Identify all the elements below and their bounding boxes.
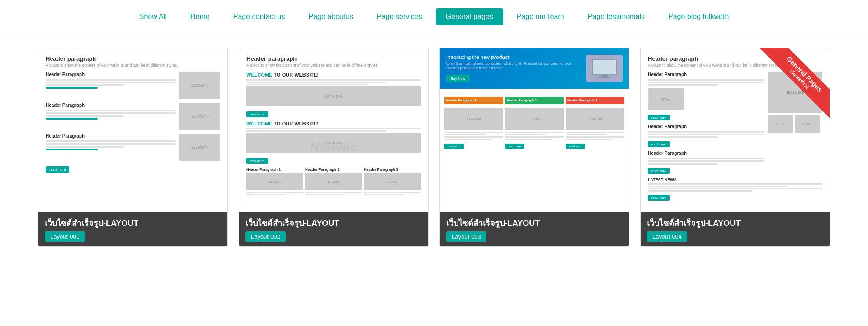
card2-col1-img: 1170x5..: [246, 173, 303, 190]
card1-section3: Header Paragraph: [46, 134, 176, 139]
card3-overlay: เว็บไซต์สำเร็จรูป-LAYOUT Layout-003: [440, 212, 629, 246]
card4-title: Header paragraph: [648, 55, 822, 62]
card2-col2-img: 1170x5..: [305, 173, 362, 190]
card2-title: Header paragraph: [246, 55, 421, 62]
card3-3col: 1170x640 read more 1170x640 read more 11…: [444, 108, 624, 149]
layout-gallery: Header paragraph A place to show the con…: [0, 34, 868, 260]
svg-rect-1: [593, 60, 616, 74]
card3-col3-badge: Header Paragraph 3: [566, 97, 624, 104]
nav-contact[interactable]: Page contact us: [223, 8, 295, 25]
card4-readmore-news[interactable]: read more: [648, 195, 670, 201]
card4-overlay: เว็บไซต์สำเร็จรูป-LAYOUT Layout-004: [641, 212, 830, 246]
card2-welcome1: WELCOME TO OUR WEBSITE!: [246, 72, 421, 77]
card3-overlay-thai: เว็บไซต์สำเร็จรูป-LAYOUT: [446, 216, 623, 230]
card3-hero: Introducing the new product Lorem ipsum …: [440, 48, 629, 89]
card3-product-label: Introducing the new product: [446, 54, 582, 60]
main-nav: Show All Home Page contact us Page about…: [0, 0, 868, 34]
card4-section3: Header Paragraph: [648, 151, 764, 156]
card1-overlay-badge: Layout-001: [45, 231, 85, 242]
card1-img3: 1170x540: [179, 134, 220, 161]
card2-img2: 1170x540: [246, 133, 421, 153]
nav-services[interactable]: Page services: [367, 8, 432, 25]
nav-home[interactable]: Home: [180, 8, 220, 25]
card2-sub: A place to show the content of your webs…: [246, 63, 421, 67]
card2-col3-img: 1170x5..: [364, 173, 421, 190]
card1-img2: 1170x540: [179, 103, 220, 130]
card4-readmore2[interactable]: read more: [648, 141, 670, 147]
card1-overlay: เว็บไซต์สำเร็จรูป-LAYOUT Layout-001: [38, 212, 227, 246]
card2-readmore2[interactable]: read more: [246, 158, 268, 164]
card2-img1: 1170x540: [246, 86, 421, 106]
card1-overlay-thai: เว็บไซต์สำเร็จรูป-LAYOUT: [45, 216, 221, 230]
card4-small-img3: 1170x..: [795, 115, 820, 133]
card3-col1-badge: Header Paragraph 1: [444, 97, 503, 104]
card2-col2-title: Header Paragraph-2: [305, 168, 362, 172]
card3-hero-sub: Lorem ipsum dolor sit amet, consectetur …: [446, 62, 582, 71]
card1-section1: Header Paragraph: [46, 72, 176, 77]
card2-col3-title: Header Paragraph-3: [364, 168, 421, 172]
card2-overlay-thai: เว็บไซต์สำเร็จรูป-LAYOUT: [245, 216, 422, 230]
nav-show-all[interactable]: Show All: [129, 8, 177, 25]
nav-testimonials[interactable]: Page testimonials: [578, 8, 655, 25]
nav-blog[interactable]: Page blog fullwidth: [658, 8, 739, 25]
card3-col1-img: 1170x640: [444, 108, 503, 130]
nav-aboutus[interactable]: Page aboutus: [299, 8, 363, 25]
card3-col2-badge: Header Paragraph 2: [505, 97, 564, 104]
card2-welcome2: WELCOME TO OUR WEBSITE!: [246, 121, 421, 126]
card4-overlay-badge: Layout-004: [647, 231, 687, 242]
card1-sub: A place to show the content of your webs…: [46, 63, 220, 67]
card3-color-row: Header Paragraph 1 Header Paragraph 2 He…: [444, 97, 624, 104]
card1-title: Header paragraph: [46, 55, 220, 62]
card4-small-img2: 1170x..: [768, 115, 793, 133]
nav-general[interactable]: General pages: [436, 8, 503, 25]
layout-card-4[interactable]: Header paragraph A place to show the con…: [640, 48, 830, 247]
card4-overlay-thai: เว็บไซต์สำเร็จรูป-LAYOUT: [647, 216, 823, 230]
card4-news-title: LATEST NEWS: [648, 177, 822, 182]
card3-readmore1[interactable]: read more: [444, 144, 464, 149]
card1-readmore[interactable]: read more: [46, 166, 69, 173]
card3-col3-img: 1170x640: [566, 108, 624, 130]
layout-card-3[interactable]: Introducing the new product Lorem ipsum …: [439, 48, 629, 247]
card1-img1: 1170x540: [179, 72, 220, 99]
svg-rect-3: [598, 77, 611, 78]
card4-small-img1: 1170x..: [648, 88, 684, 110]
card1-section2: Header Paragraph: [46, 103, 176, 108]
svg-rect-2: [601, 75, 608, 77]
card4-readmore3[interactable]: read more: [648, 168, 670, 174]
card3-col2-img: 1170x640: [505, 108, 564, 130]
card2-col1-title: Header Paragraph-1: [246, 168, 303, 172]
card4-section2: Header Paragraph: [648, 124, 764, 129]
card4-sub: A place to show the content of your webs…: [648, 63, 822, 67]
card2-overlay-badge: Layout-002: [245, 231, 286, 242]
card4-readmore1[interactable]: read more: [648, 115, 670, 120]
card4-big-img: 1000x1000: [768, 72, 822, 113]
card4-news: LATEST NEWS read more: [648, 177, 822, 201]
card4-section1: Header Paragraph: [648, 72, 764, 77]
nav-ourteam[interactable]: Page our team: [507, 8, 574, 25]
card3-buy-btn[interactable]: Buy Now: [446, 75, 470, 82]
card2-readmore1[interactable]: read more: [246, 111, 268, 117]
card3-overlay-badge: Layout-003: [446, 231, 486, 242]
card3-readmore2[interactable]: read more: [505, 144, 524, 149]
card2-overlay: เว็บไซต์สำเร็จรูป-LAYOUT Layout-002: [239, 212, 428, 246]
layout-card-1[interactable]: Header paragraph A place to show the con…: [38, 48, 228, 247]
card3-readmore3[interactable]: read more: [566, 144, 585, 149]
layout-card-2[interactable]: Header paragraph A place to show the con…: [239, 48, 429, 247]
card3-monitor-img: [586, 55, 623, 82]
